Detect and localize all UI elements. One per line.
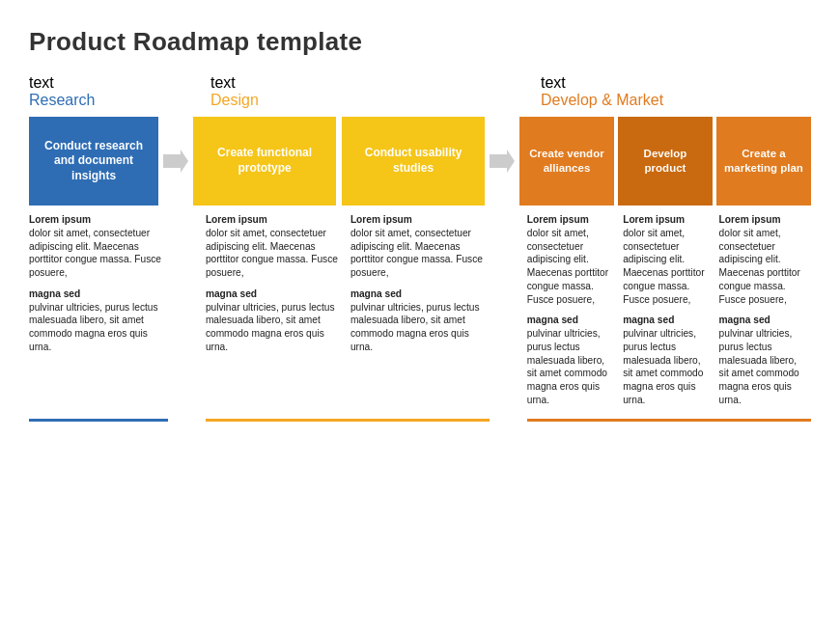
card-develop-2: Develop product [618,117,713,205]
text-col-4: Lorem ipsum dolor sit amet, consectetuer… [623,213,714,407]
card-research-1: Conduct research and document insights [29,117,158,205]
bottom-bar-research [29,419,168,422]
text-col-1: Lorem ipsum dolor sit amet, consectetuer… [206,213,345,407]
design-title: Design [210,92,502,109]
bottom-bars [29,419,811,422]
text-col-2: Lorem ipsum dolor sit amet, consectetuer… [350,213,490,407]
card-develop-3: Create a marketing plan [716,117,811,205]
text-spacer-1 [168,213,206,407]
card-develop-1: Create vendor alliances [519,117,614,205]
develop-title: Develop & Market [541,92,840,109]
text-spacer-2 [490,213,527,407]
develop-label: text [541,74,840,92]
research-title: Research [29,92,172,109]
arrow-1 [158,117,193,205]
arrow-2 [485,117,519,205]
text-col-0: Lorem ipsum dolor sit amet, consectetuer… [29,213,168,407]
design-label: text [210,74,502,92]
bottom-bar-develop [527,419,811,422]
svg-marker-0 [163,150,188,173]
text-col-5: Lorem ipsum dolor sit amet, consectetuer… [719,213,811,407]
card-design-2: Conduct usability studies [342,117,485,205]
card-design-1: Create functional prototype [193,117,336,205]
research-label: text [29,74,172,92]
svg-marker-1 [490,150,515,173]
page-title: Product Roadmap template [29,27,811,57]
bottom-bar-design [206,419,490,422]
text-col-3: Lorem ipsum dolor sit amet, consectetuer… [527,213,619,407]
